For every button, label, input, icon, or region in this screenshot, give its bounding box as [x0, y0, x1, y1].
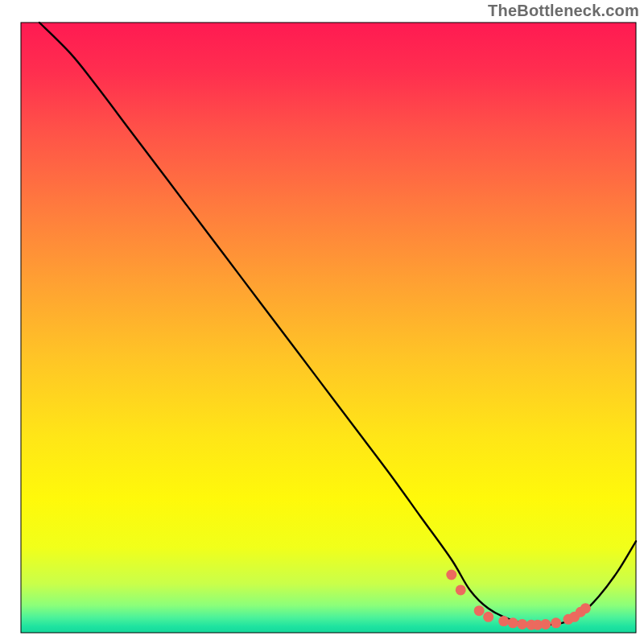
- marker-dot: [580, 603, 591, 613]
- marker-dot: [474, 605, 485, 616]
- marker-dot: [540, 619, 551, 630]
- marker-dot: [483, 612, 493, 622]
- marker-dot: [498, 616, 509, 626]
- plot-background: [21, 23, 636, 633]
- marker-dot: [456, 584, 466, 595]
- marker-dot: [508, 617, 518, 628]
- marker-dot: [446, 569, 456, 580]
- marker-dot: [517, 619, 527, 630]
- marker-dot: [551, 617, 561, 628]
- chart-container: TheBottleneck.com: [0, 0, 644, 644]
- bottleneck-chart: [0, 0, 644, 644]
- watermark-label: TheBottleneck.com: [488, 2, 639, 20]
